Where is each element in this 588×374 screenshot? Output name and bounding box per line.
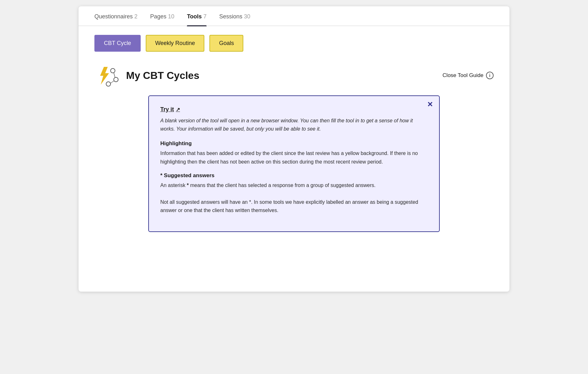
tab-label-tools: Tools (187, 13, 202, 20)
main-window: Questionnaires 2Pages 10Tools 7Sessions … (79, 6, 509, 292)
close-tool-guide-button[interactable]: Close Tool Guide i (443, 72, 494, 79)
try-it-label: Try it (160, 106, 174, 113)
svg-line-5 (110, 81, 114, 83)
tab-label-pages: Pages (150, 13, 166, 20)
tab-questionnaires[interactable]: Questionnaires 2 (94, 6, 137, 26)
tab-tools[interactable]: Tools 7 (187, 6, 207, 26)
close-guide-label: Close Tool Guide (443, 72, 483, 79)
highlighting-title: Highlighting (160, 140, 428, 147)
suggested-answers-title: * Suggested answers (160, 172, 428, 179)
svg-point-1 (111, 68, 115, 73)
tab-pages[interactable]: Pages 10 (150, 6, 174, 26)
highlighting-text: Information that has been added or edite… (160, 149, 428, 166)
tool-buttons-row: CBT CycleWeekly RoutineGoals (79, 26, 509, 58)
tab-count-tools: 7 (203, 13, 207, 20)
cbt-icon (94, 64, 120, 87)
guide-box: ✕ Try it ↗︎ A blank version of the tool … (148, 95, 440, 232)
tab-count-pages: 10 (168, 13, 174, 20)
tab-label-questionnaires: Questionnaires (94, 13, 133, 20)
main-content: My CBT Cycles Close Tool Guide i ✕ Try i… (79, 58, 509, 245)
tab-bar: Questionnaires 2Pages 10Tools 7Sessions … (79, 6, 509, 26)
tab-sessions[interactable]: Sessions 30 (219, 6, 250, 26)
tool-header: My CBT Cycles Close Tool Guide i (94, 64, 494, 87)
svg-point-3 (106, 82, 111, 86)
tab-count-sessions: 30 (244, 13, 250, 20)
tool-title: My CBT Cycles (126, 70, 199, 81)
tool-header-left: My CBT Cycles (94, 64, 199, 87)
suggested-answers-text: An asterisk * means that the client has … (160, 181, 428, 215)
guide-intro-text: A blank version of the tool will open in… (160, 117, 428, 133)
guide-close-button[interactable]: ✕ (427, 101, 433, 108)
tab-label-sessions: Sessions (219, 13, 242, 20)
tool-btn-goals[interactable]: Goals (209, 35, 243, 52)
try-it-link[interactable]: Try it ↗︎ (160, 106, 180, 113)
tool-btn-weekly-routine[interactable]: Weekly Routine (146, 35, 205, 52)
info-icon: i (486, 72, 494, 79)
tool-btn-cbt-cycle[interactable]: CBT Cycle (94, 35, 141, 52)
svg-line-4 (114, 73, 115, 77)
guide-section-highlighting: Highlighting Information that has been a… (160, 140, 428, 166)
guide-section-suggested-answers: * Suggested answers An asterisk * means … (160, 172, 428, 215)
external-link-icon: ↗︎ (176, 106, 180, 113)
svg-point-2 (114, 77, 118, 82)
tab-count-questionnaires: 2 (134, 13, 137, 20)
